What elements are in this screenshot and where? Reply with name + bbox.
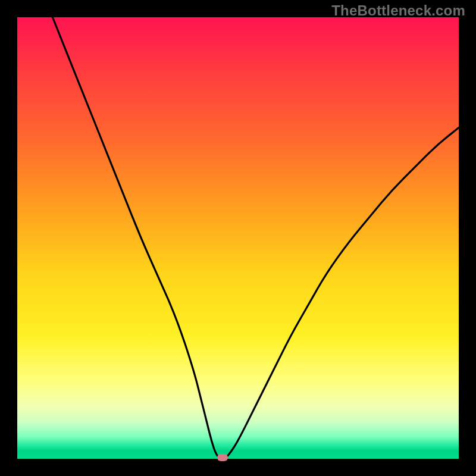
- plot-area: [17, 17, 459, 459]
- chart-frame: TheBottleneck.com: [0, 0, 476, 476]
- watermark-text: TheBottleneck.com: [331, 2, 465, 19]
- min-marker: [217, 454, 228, 461]
- bottleneck-curve: [17, 17, 459, 459]
